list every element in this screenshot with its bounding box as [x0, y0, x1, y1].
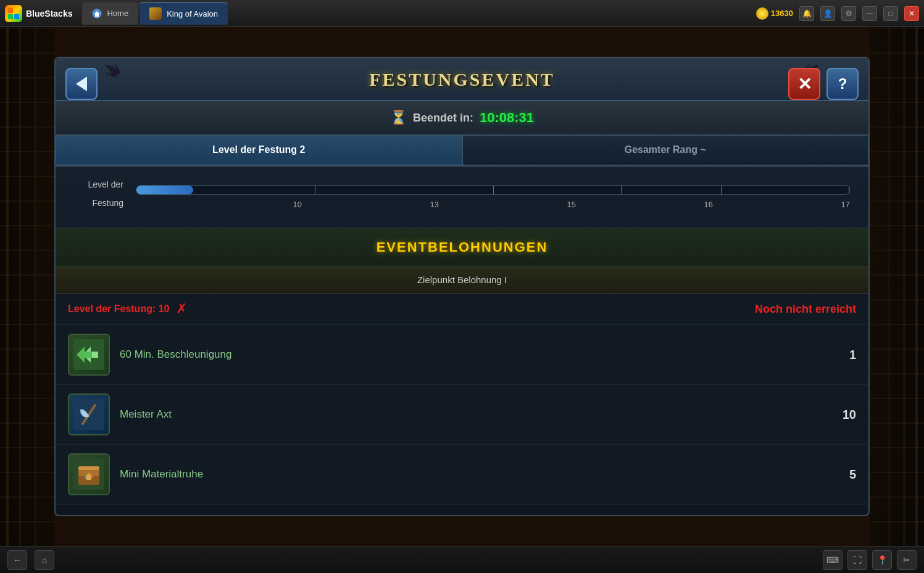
- reward-item-speed: 60 Min. Beschleunigung 1: [56, 325, 868, 385]
- rewards-title: EVENTBELOHNUNGEN: [377, 239, 548, 255]
- fullscreen-btn[interactable]: ⛶: [847, 550, 867, 570]
- speed-boost-icon: [68, 334, 110, 376]
- speed-icon-svg: [73, 339, 104, 370]
- progress-track: [136, 185, 850, 195]
- progress-fill: [136, 186, 193, 194]
- main-panel: FESTUNGSEVENT ? ✕ ⏳ Beendet in: 10:08:31…: [54, 57, 870, 516]
- game-tab-icon: [149, 7, 162, 20]
- progress-label-line1: Level der: [74, 179, 123, 191]
- axe-icon: [68, 394, 110, 435]
- timer-icon: ⏳: [390, 110, 407, 126]
- location-btn[interactable]: 📍: [872, 550, 892, 570]
- tab-total-rank[interactable]: Gesamter Rang ~: [462, 135, 869, 165]
- progress-section: Level der Festung 10 13: [56, 167, 868, 228]
- progress-marker-17: 17: [841, 200, 850, 209]
- svg-rect-3: [14, 14, 19, 19]
- game-tab-label: King of Avalon: [167, 9, 218, 19]
- reward-name-axe: Meister Axt: [120, 408, 822, 421]
- chest-icon: [68, 453, 110, 495]
- notification-btn[interactable]: 🔔: [799, 6, 814, 21]
- progress-markers: 10 13 15 16 17: [136, 200, 850, 209]
- close-button[interactable]: ✕: [788, 68, 820, 100]
- svg-rect-2: [8, 14, 13, 19]
- settings-btn[interactable]: ⚙: [841, 6, 856, 21]
- keyboard-btn[interactable]: ⌨: [823, 550, 843, 570]
- reward-name-speed: 60 Min. Beschleunigung: [120, 348, 822, 361]
- back-button[interactable]: [65, 68, 98, 100]
- game-area: FESTUNGSEVENT ? ✕ ⏳ Beendet in: 10:08:31…: [0, 27, 924, 546]
- reward-name-chest: Mini Materialtruhe: [120, 468, 822, 480]
- progress-marker-15: 15: [567, 200, 576, 209]
- stair-decoration-right: [870, 27, 924, 546]
- coin-display: 13630: [756, 7, 793, 20]
- stair-decoration-left: [0, 27, 54, 546]
- reward-count-chest: 5: [831, 468, 856, 482]
- progress-marker-16: 16: [704, 200, 713, 209]
- tab-king-of-avalon[interactable]: King of Avalon: [139, 2, 228, 25]
- reward-count-axe: 10: [831, 408, 856, 422]
- titlebar-right: 13630 🔔 👤 ⚙ — □ ✕: [756, 6, 919, 21]
- reward-item-chest: Mini Materialtruhe 5: [56, 445, 868, 505]
- rewards-header: EVENTBELOHNUNGEN: [56, 228, 868, 267]
- axe-icon-svg: [73, 399, 104, 430]
- help-button[interactable]: ?: [826, 68, 859, 100]
- titlebar: BlueStacks Home King of Avalon 13630 🔔 👤…: [0, 0, 924, 27]
- back-arrow-icon: [76, 76, 87, 91]
- timer-label: Beendet in:: [413, 112, 473, 125]
- progress-marker-13: 13: [430, 200, 439, 209]
- reward-count-speed: 1: [831, 348, 856, 362]
- taskbar-right: ⌨ ⛶ 📍 ✂: [823, 550, 917, 570]
- tab-fortress-level[interactable]: Level der Festung 2: [56, 135, 462, 165]
- minimize-btn[interactable]: —: [862, 6, 877, 21]
- progress-label-line2: Festung: [74, 197, 123, 210]
- brand-name: BlueStacks: [26, 9, 72, 19]
- condition-status: Noch nicht erreicht: [755, 303, 856, 316]
- coin-icon: [756, 7, 768, 20]
- bluestacks-logo: BlueStacks: [5, 5, 72, 22]
- svg-rect-15: [86, 475, 91, 480]
- home-tab-icon: [92, 9, 102, 19]
- taskbar-home-btn[interactable]: ⌂: [35, 550, 54, 570]
- titlebar-close-btn[interactable]: ✕: [904, 6, 919, 21]
- coin-count: 13630: [771, 9, 793, 18]
- rewards-section: EVENTBELOHNUNGEN Zielpunkt Belohnung I L…: [56, 228, 868, 515]
- maximize-btn[interactable]: □: [883, 6, 898, 21]
- reward-item-axe: Meister Axt 10: [56, 385, 868, 445]
- chest-icon-svg: [73, 459, 104, 490]
- content-tabs: Level der Festung 2 Gesamter Rang ~: [56, 135, 868, 167]
- camera-btn[interactable]: ✂: [897, 550, 917, 570]
- svg-point-16: [85, 476, 87, 479]
- svg-rect-14: [78, 466, 99, 470]
- profile-btn[interactable]: 👤: [820, 6, 835, 21]
- reward-condition: Level der Festung: 10 ✗ Noch nicht errei…: [56, 294, 868, 325]
- taskbar-back-btn[interactable]: ←: [7, 550, 27, 570]
- logo-icon: [5, 5, 22, 22]
- reward-group-title: Zielpunkt Belohnung I: [417, 274, 507, 285]
- tab-bar: Home King of Avalon: [82, 2, 755, 25]
- condition-x-icon: ✗: [176, 301, 187, 317]
- reward-group-header: Zielpunkt Belohnung I: [56, 267, 868, 294]
- taskbar: ← ⌂ ⌨ ⛶ 📍 ✂: [0, 546, 924, 573]
- svg-point-17: [91, 475, 93, 477]
- svg-rect-1: [14, 8, 19, 13]
- event-title: FESTUNGSEVENT: [68, 69, 856, 90]
- timer-bar: ⏳ Beendet in: 10:08:31: [56, 101, 868, 135]
- event-header: FESTUNGSEVENT ? ✕: [56, 58, 868, 101]
- reward-group-1: Zielpunkt Belohnung I Level der Festung:…: [56, 267, 868, 505]
- home-tab-label: Home: [107, 9, 128, 18]
- condition-text: Level der Festung: 10: [68, 303, 170, 315]
- progress-marker-10: 10: [293, 200, 302, 209]
- timer-value: 10:08:31: [480, 110, 534, 126]
- svg-rect-0: [8, 8, 13, 13]
- tab-home[interactable]: Home: [82, 2, 138, 25]
